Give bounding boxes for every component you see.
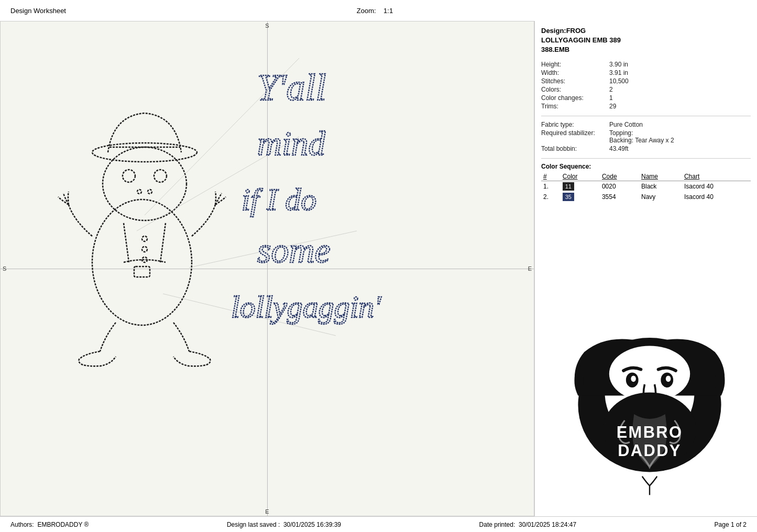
- footer: Authors: EMBRODADDY ® Design last saved …: [0, 516, 757, 532]
- header: Design Worksheet Zoom: 1:1: [0, 0, 757, 21]
- spec-colors: Colors: 2: [541, 85, 751, 94]
- design-title: Design:FROG LOLLYGAGGIN EMB 389 388.EMB: [541, 26, 751, 55]
- color-seq-title: Color Sequence:: [541, 163, 751, 170]
- svg-point-10: [142, 247, 147, 252]
- label-s-top: S: [265, 23, 269, 29]
- svg-text:lollygaggin': lollygaggin': [231, 290, 381, 324]
- svg-text:if I do: if I do: [242, 182, 316, 217]
- fabric-type-row: Fabric type: Pure Cotton: [541, 120, 751, 129]
- svg-point-4: [123, 170, 135, 182]
- svg-point-5: [154, 170, 167, 182]
- svg-text:Y'all: Y'all: [257, 66, 326, 108]
- design-svg: Y'all mind if I do some lollygaggin': [32, 32, 388, 409]
- svg-text:mind: mind: [257, 125, 326, 162]
- svg-point-6: [137, 190, 141, 194]
- footer-printed: Date printed: 30/01/2025 18:24:47: [479, 521, 577, 528]
- label-e-right: E: [528, 265, 532, 272]
- spec-stitches: Stitches: 10,500: [541, 77, 751, 85]
- fabric-table: Fabric type: Pure Cotton Required stabil…: [541, 120, 751, 153]
- color-seq-row: 1. 11 0020 Black Isacord 40: [541, 181, 751, 192]
- info-panel: Design:FROG LOLLYGAGGIN EMB 389 388.EMB …: [534, 21, 757, 516]
- spec-color-changes: Color changes: 1: [541, 94, 751, 102]
- footer-page: Page 1 of 2: [715, 521, 747, 528]
- svg-point-26: [631, 375, 636, 382]
- logo-area: EMBRO DADDY: [547, 333, 752, 495]
- color-seq-header-row: # Color Code Name Chart: [541, 172, 751, 181]
- spec-width: Width: 3.91 in: [541, 69, 751, 77]
- footer-saved: Design last saved : 30/01/2025 16:39:39: [227, 521, 341, 528]
- design-specs-table: Height: 3.90 in Width: 3.91 in Stitches:…: [541, 60, 751, 110]
- header-title: Design Worksheet: [10, 7, 66, 15]
- svg-rect-8: [134, 267, 150, 277]
- svg-text:EMBRO: EMBRO: [617, 423, 683, 441]
- header-zoom: Zoom: 1:1: [357, 7, 393, 15]
- svg-text:some: some: [257, 230, 331, 270]
- spec-trims: Trims: 29: [541, 102, 751, 110]
- canvas-area: S S E E: [0, 21, 534, 516]
- color-seq-row: 2. 35 3554 Navy Isacord 40: [541, 192, 751, 202]
- color-sequence-table: # Color Code Name Chart 1. 11 0020 Black…: [541, 172, 751, 202]
- svg-point-27: [666, 375, 671, 382]
- spec-height: Height: 3.90 in: [541, 60, 751, 69]
- svg-text:DADDY: DADDY: [618, 441, 682, 460]
- label-s-left: S: [3, 265, 6, 272]
- label-e-bottom: E: [265, 508, 269, 515]
- svg-point-0: [92, 199, 192, 325]
- svg-point-7: [148, 190, 152, 194]
- stabilizer-row: Required stabilizer: Topping: Backing: T…: [541, 129, 751, 145]
- embrodaddy-logo: EMBRO DADDY: [550, 333, 749, 495]
- bobbin-row: Total bobbin: 43.49ft: [541, 145, 751, 153]
- footer-authors: Authors: EMBRODADDY ®: [10, 521, 89, 528]
- svg-point-9: [142, 236, 147, 241]
